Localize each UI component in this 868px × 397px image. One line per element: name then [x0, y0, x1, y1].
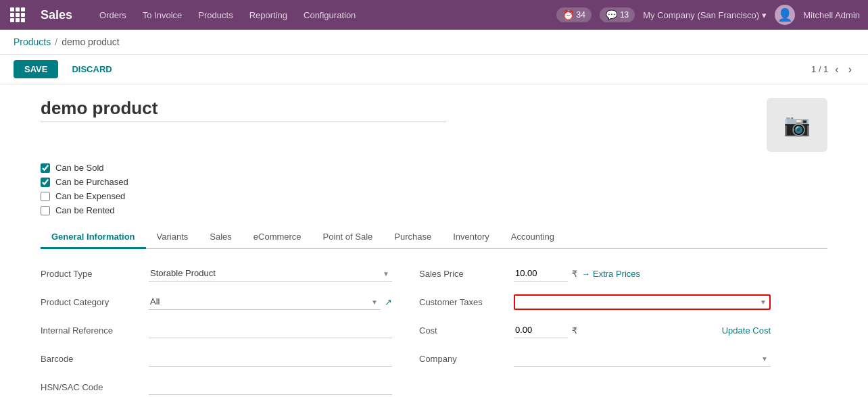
extra-prices-label: Extra Prices — [593, 269, 640, 279]
tab-ecommerce[interactable]: eCommerce — [243, 226, 312, 249]
action-bar: SAVE DISCARD 1 / 1 ‹ › — [0, 55, 868, 84]
company-select[interactable] — [514, 350, 771, 367]
main-nav: Orders To Invoice Products Reporting Con… — [93, 6, 542, 24]
product-category-select-wrapper: All ▼ — [149, 294, 381, 310]
cost-label: Cost — [419, 325, 514, 336]
company-chevron-icon: ▾ — [762, 10, 767, 20]
hsn-sac-code-label: HSN/SAC Code — [41, 382, 149, 392]
checkbox-can-be-sold[interactable]: Can be Sold — [41, 163, 827, 173]
company-select-wrapper: ▼ — [514, 350, 771, 367]
tab-point-of-sale[interactable]: Point of Sale — [312, 226, 384, 249]
navbar-right: ⏰ 34 💬 13 My Company (San Francisco) ▾ 👤… — [556, 5, 860, 25]
product-type-select[interactable]: Storable Product Consumable Service — [149, 265, 392, 282]
clock-badge[interactable]: ⏰ 34 — [556, 7, 592, 22]
checkbox-can-be-purchased-input[interactable] — [41, 178, 50, 187]
discard-button[interactable]: DISCARD — [65, 60, 118, 78]
main-content: 📷 Can be Sold Can be Purchased Can be Ex… — [0, 84, 868, 397]
barcode-label: Barcode — [41, 354, 149, 364]
tab-purchase[interactable]: Purchase — [383, 226, 442, 249]
extra-prices-link[interactable]: → Extra Prices — [581, 269, 640, 279]
customer-taxes-chevron-icon: ▼ — [760, 298, 767, 306]
checkbox-can-be-purchased[interactable]: Can be Purchased — [41, 177, 827, 187]
hsn-sac-code-row: HSN/SAC Code — [41, 376, 392, 397]
nav-item-products[interactable]: Products — [191, 6, 239, 24]
company-name: My Company (San Francisco) — [643, 10, 759, 20]
update-cost-link[interactable]: Update Cost — [722, 325, 771, 336]
product-category-row: Product Category All ▼ ↗ — [41, 291, 392, 313]
chat-badge[interactable]: 💬 13 — [600, 7, 635, 22]
product-category-label: Product Category — [41, 297, 149, 307]
checkbox-can-be-rented-input[interactable] — [41, 206, 50, 215]
checkbox-can-be-purchased-label: Can be Purchased — [55, 177, 128, 187]
internal-reference-input[interactable] — [149, 322, 392, 338]
nav-item-reporting[interactable]: Reporting — [243, 6, 294, 24]
save-button[interactable]: SAVE — [14, 60, 58, 78]
pagination-next-button[interactable]: › — [846, 62, 854, 77]
cost-currency: ₹ — [572, 325, 577, 336]
checkbox-can-be-rented-label: Can be Rented — [55, 205, 114, 215]
nav-item-configuration[interactable]: Configuration — [297, 6, 362, 24]
cost-row: Cost ₹ Update Cost — [419, 319, 771, 341]
apps-grid-icon — [10, 7, 25, 22]
navbar: Sales Orders To Invoice Products Reporti… — [0, 0, 868, 30]
chat-icon: 💬 — [606, 9, 617, 20]
clock-count: 34 — [577, 10, 585, 20]
breadcrumb-separator: / — [55, 36, 57, 47]
product-category-external-link-icon[interactable]: ↗ — [385, 297, 392, 307]
checkbox-can-be-expensed-label: Can be Expensed — [55, 191, 125, 201]
form-right: Sales Price ₹ → Extra Prices Customer Ta… — [419, 263, 771, 397]
checkbox-can-be-rented[interactable]: Can be Rented — [41, 205, 827, 215]
breadcrumb: Products / demo product — [0, 30, 868, 55]
customer-taxes-input[interactable] — [518, 297, 757, 307]
breadcrumb-parent-link[interactable]: Products — [14, 36, 51, 47]
camera-add-icon: 📷 — [783, 112, 811, 138]
company-label: Company — [419, 354, 514, 364]
company-row: Company ▼ — [419, 348, 771, 369]
sales-price-currency: ₹ — [572, 269, 577, 279]
internal-reference-row: Internal Reference — [41, 319, 392, 341]
product-name-input[interactable] — [41, 98, 446, 122]
product-category-select[interactable]: All — [149, 294, 381, 310]
nav-item-to-invoice[interactable]: To Invoice — [136, 6, 189, 24]
sales-price-value-group: ₹ → Extra Prices — [514, 265, 640, 282]
nav-item-orders[interactable]: Orders — [93, 6, 133, 24]
avatar-icon: 👤 — [777, 7, 792, 22]
hsn-sac-code-input[interactable] — [149, 379, 392, 395]
barcode-row: Barcode — [41, 348, 392, 369]
internal-reference-label: Internal Reference — [41, 325, 149, 336]
breadcrumb-current: demo product — [62, 36, 120, 47]
product-title-left — [41, 98, 767, 122]
product-type-row: Product Type Storable Product Consumable… — [41, 263, 392, 284]
tab-sales[interactable]: Sales — [199, 226, 243, 249]
checkbox-group: Can be Sold Can be Purchased Can be Expe… — [41, 163, 827, 215]
tab-accounting[interactable]: Accounting — [500, 226, 565, 249]
cost-value-group: ₹ — [514, 322, 577, 338]
user-name[interactable]: Mitchell Admin — [803, 10, 860, 20]
tab-variants[interactable]: Variants — [146, 226, 199, 249]
checkbox-can-be-expensed-input[interactable] — [41, 192, 50, 201]
checkbox-can-be-sold-input[interactable] — [41, 163, 50, 173]
checkbox-can-be-expensed[interactable]: Can be Expensed — [41, 191, 827, 201]
product-type-label: Product Type — [41, 269, 149, 279]
customer-taxes-label: Customer Taxes — [419, 297, 514, 307]
clock-icon: ⏰ — [562, 9, 574, 20]
apps-menu-button[interactable] — [8, 5, 27, 24]
tab-inventory[interactable]: Inventory — [442, 226, 500, 249]
form-left: Product Type Storable Product Consumable… — [41, 263, 392, 397]
pagination-prev-button[interactable]: ‹ — [832, 62, 841, 77]
pagination-info: 1 / 1 — [811, 64, 828, 74]
tab-general-information[interactable]: General Information — [41, 226, 146, 249]
barcode-input[interactable] — [149, 350, 392, 367]
user-avatar[interactable]: 👤 — [775, 5, 795, 25]
cost-input[interactable] — [514, 322, 568, 338]
product-image-placeholder[interactable]: 📷 — [767, 98, 827, 152]
product-tabs: General Information Variants Sales eComm… — [41, 226, 827, 249]
extra-prices-arrow-icon: → — [581, 269, 590, 279]
customer-taxes-row: Customer Taxes ▼ — [419, 291, 771, 313]
app-name: Sales — [41, 8, 72, 22]
product-type-select-wrapper: Storable Product Consumable Service ▼ — [149, 265, 392, 282]
company-selector[interactable]: My Company (San Francisco) ▾ — [643, 10, 767, 20]
sales-price-input[interactable] — [514, 265, 568, 282]
sales-price-row: Sales Price ₹ → Extra Prices — [419, 263, 771, 284]
chat-count: 13 — [620, 10, 629, 20]
